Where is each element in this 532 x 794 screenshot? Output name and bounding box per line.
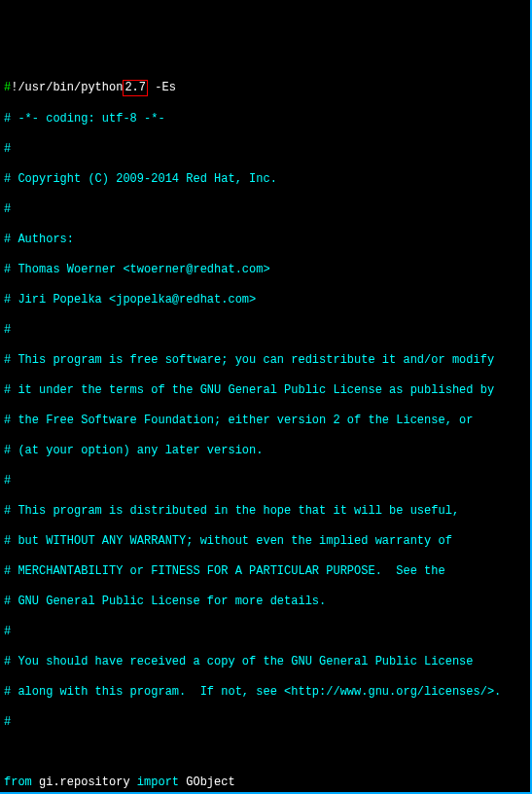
comment-line: # bbox=[4, 715, 526, 731]
comment-line: # bbox=[4, 142, 526, 158]
cursor-highlight: 2.7 bbox=[123, 80, 148, 97]
comment-line: # it under the terms of the GNU General … bbox=[4, 383, 526, 399]
comment-line: # Copyright (C) 2009-2014 Red Hat, Inc. bbox=[4, 172, 526, 188]
comment-line: # but WITHOUT ANY WARRANTY; without even… bbox=[4, 534, 526, 550]
comment-line: # (at your option) any later version. bbox=[4, 444, 526, 459]
coding-line: # -*- coding: utf-8 -*- bbox=[4, 112, 526, 127]
comment-line: # bbox=[4, 202, 526, 218]
editor-content[interactable]: #!/usr/bin/python2.7 -Es # -*- coding: u… bbox=[4, 64, 526, 794]
comment-line: # along with this program. If not, see <… bbox=[4, 685, 526, 701]
comment-line: # This program is free software; you can… bbox=[4, 353, 526, 369]
comment-line: # Jiri Popelka <jpopelka@redhat.com> bbox=[4, 293, 526, 308]
comment-line: # You should have received a copy of the… bbox=[4, 655, 526, 670]
blank-line bbox=[4, 745, 526, 761]
comment-line: # MERCHANTABILITY or FITNESS FOR A PARTI… bbox=[4, 564, 526, 580]
comment-line: # the Free Software Foundation; either v… bbox=[4, 414, 526, 429]
comment-line: # This program is distributed in the hop… bbox=[4, 504, 526, 520]
comment-line: # Thomas Woerner <twoerner@redhat.com> bbox=[4, 263, 526, 278]
import-line: from gi.repository import GObject bbox=[4, 776, 526, 791]
comment-line: # bbox=[4, 323, 526, 339]
comment-line: # GNU General Public License for more de… bbox=[4, 595, 526, 610]
comment-line: # Authors: bbox=[4, 233, 526, 248]
shebang-line: #!/usr/bin/python2.7 -Es bbox=[4, 80, 526, 97]
comment-line: # bbox=[4, 474, 526, 489]
comment-line: # bbox=[4, 625, 526, 640]
